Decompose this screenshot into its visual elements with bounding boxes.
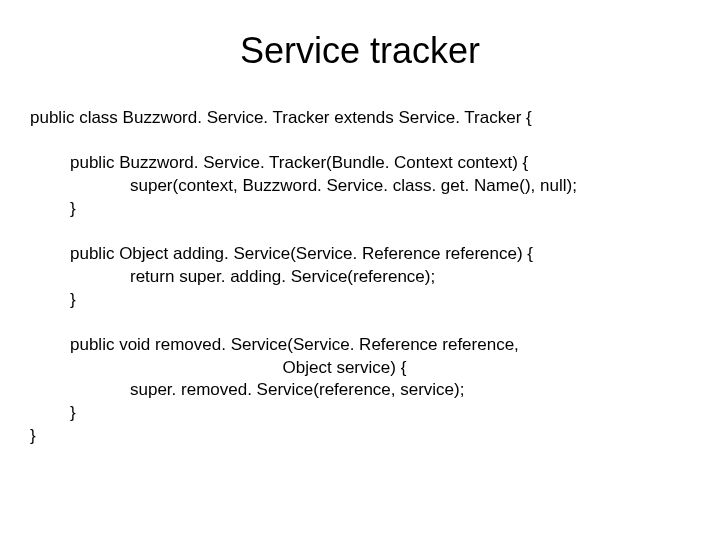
- code-block: public class Buzzword. Service. Tracker …: [30, 107, 690, 448]
- code-line: public void removed. Service(Service. Re…: [70, 334, 690, 357]
- code-line: public Buzzword. Service. Tracker(Bundle…: [70, 152, 690, 175]
- code-line: }: [70, 198, 690, 221]
- code-line: public class Buzzword. Service. Tracker …: [30, 107, 690, 130]
- code-line: return super. adding. Service(reference)…: [130, 266, 690, 289]
- code-line: }: [30, 425, 690, 448]
- code-line: super. removed. Service(reference, servi…: [130, 379, 690, 402]
- code-line: super(context, Buzzword. Service. class.…: [130, 175, 690, 198]
- code-line: }: [70, 289, 690, 312]
- slide-title: Service tracker: [30, 30, 690, 72]
- code-line: public Object adding. Service(Service. R…: [70, 243, 690, 266]
- code-line: }: [70, 402, 690, 425]
- code-line: Object service) {: [70, 357, 690, 380]
